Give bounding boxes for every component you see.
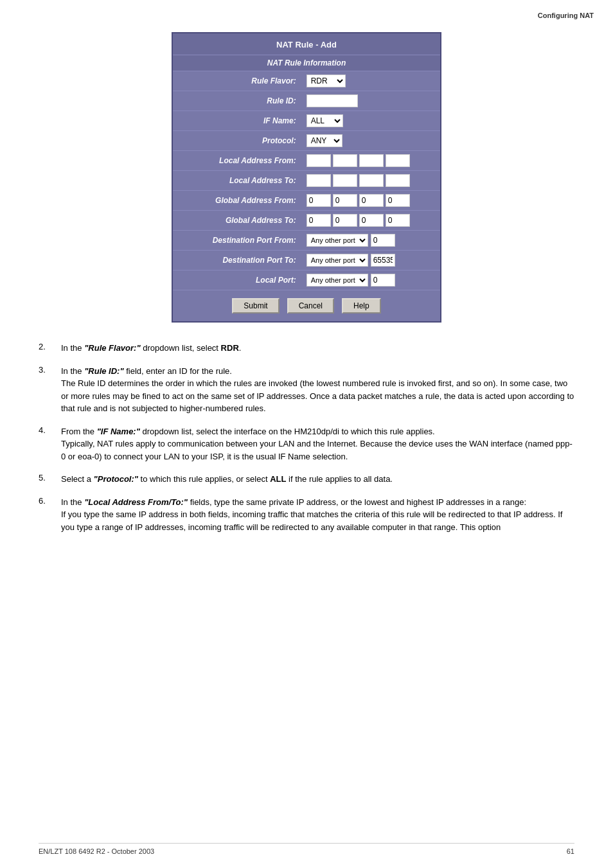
protocol-row: Protocol: ANY TCP UDP ICMP — [173, 131, 440, 151]
local-addr-from-group — [306, 154, 435, 167]
protocol-input-cell: ANY TCP UDP ICMP — [301, 131, 440, 151]
footer-left: EN/LZT 108 6492 R2 - October 2003 — [39, 847, 154, 855]
help-button[interactable]: Help — [342, 298, 381, 314]
global-addr-from-label: Global Address From: — [173, 191, 301, 211]
dest-port-from-select[interactable]: Any other port HTTP FTP — [306, 234, 368, 247]
local-addr-to-oct4[interactable] — [386, 174, 410, 187]
global-addr-to-label: Global Address To: — [173, 211, 301, 231]
if-name-select[interactable]: ALL ppp-0 eoa-0 — [306, 114, 343, 127]
local-port-select[interactable]: Any other port HTTP FTP — [306, 274, 368, 287]
submit-button[interactable]: Submit — [232, 298, 279, 314]
page-header: Configuring NAT — [0, 0, 613, 26]
local-addr-to-label: Local Address To: — [173, 171, 301, 191]
chapter-title: Configuring NAT — [538, 12, 594, 19]
main-content: NAT Rule - Add NAT Rule Information Rule… — [0, 26, 613, 563]
local-port-group: Any other port HTTP FTP — [306, 274, 435, 287]
global-addr-to-row: Global Address To: — [173, 211, 440, 231]
instruction-4: 4. From the "IF Name:" dropdown list, se… — [39, 425, 574, 463]
local-port-input-cell: Any other port HTTP FTP — [301, 270, 440, 290]
global-addr-from-oct3[interactable] — [359, 194, 384, 207]
if-name-row: IF Name: ALL ppp-0 eoa-0 — [173, 111, 440, 131]
global-addr-to-oct4[interactable] — [386, 214, 410, 227]
local-addr-from-input-cell — [301, 151, 440, 171]
nat-rule-dialog: NAT Rule - Add NAT Rule Information Rule… — [172, 32, 441, 323]
protocol-label: Protocol: — [173, 131, 301, 151]
local-addr-to-group — [306, 174, 435, 187]
instruction-6-text: In the "Local Address From/To:" fields, … — [61, 496, 574, 534]
local-port-value[interactable] — [371, 274, 395, 287]
dest-port-to-input-cell: Any other port HTTP FTP — [301, 251, 440, 270]
instruction-4-number: 4. — [39, 425, 61, 435]
instruction-6-number: 6. — [39, 496, 61, 506]
dialog-title: NAT Rule - Add — [173, 33, 440, 55]
dest-port-to-select[interactable]: Any other port HTTP FTP — [306, 254, 368, 267]
local-addr-from-oct2[interactable] — [333, 154, 357, 167]
rule-flavor-select[interactable]: RDR NAT BINAT — [306, 75, 346, 87]
local-port-label: Local Port: — [173, 270, 301, 290]
instruction-3: 3. In the "Rule ID:" field, enter an ID … — [39, 365, 574, 415]
rule-id-input-cell — [301, 91, 440, 111]
page-footer: EN/LZT 108 6492 R2 - October 2003 61 — [39, 843, 574, 855]
instruction-5: 5. Select a "Protocol:" to which this ru… — [39, 473, 574, 486]
local-addr-from-row: Local Address From: — [173, 151, 440, 171]
if-name-input-cell: ALL ppp-0 eoa-0 — [301, 111, 440, 131]
instruction-5-number: 5. — [39, 473, 61, 483]
dest-port-to-value[interactable] — [371, 254, 395, 267]
dest-port-from-group: Any other port HTTP FTP — [306, 234, 435, 247]
global-addr-to-oct3[interactable] — [359, 214, 384, 227]
dialog-container: NAT Rule - Add NAT Rule Information Rule… — [39, 32, 574, 323]
local-addr-to-oct2[interactable] — [333, 174, 357, 187]
instruction-5-text: Select a "Protocol:" to which this rule … — [61, 473, 393, 486]
dest-port-to-row: Destination Port To: Any other port HTTP… — [173, 251, 440, 270]
dest-port-from-input-cell: Any other port HTTP FTP — [301, 231, 440, 251]
local-addr-to-row: Local Address To: — [173, 171, 440, 191]
rule-id-row: Rule ID: — [173, 91, 440, 111]
local-addr-from-oct3[interactable] — [359, 154, 384, 167]
if-name-label: IF Name: — [173, 111, 301, 131]
global-addr-from-oct4[interactable] — [386, 194, 410, 207]
rule-id-input[interactable] — [306, 94, 358, 107]
global-addr-from-oct1[interactable] — [306, 194, 331, 207]
global-addr-to-group — [306, 214, 435, 227]
local-addr-to-input-cell — [301, 171, 440, 191]
local-port-row: Local Port: Any other port HTTP FTP — [173, 270, 440, 290]
dest-port-from-value[interactable] — [371, 234, 395, 247]
local-addr-to-oct1[interactable] — [306, 174, 331, 187]
instruction-3-text: In the "Rule ID:" field, enter an ID for… — [61, 365, 574, 415]
dest-port-from-label: Destination Port From: — [173, 231, 301, 251]
instruction-6: 6. In the "Local Address From/To:" field… — [39, 496, 574, 534]
global-addr-to-oct2[interactable] — [333, 214, 357, 227]
rule-id-label: Rule ID: — [173, 91, 301, 111]
local-addr-to-oct3[interactable] — [359, 174, 384, 187]
dest-port-to-label: Destination Port To: — [173, 251, 301, 270]
instruction-4-text: From the "IF Name:" dropdown list, selec… — [61, 425, 574, 463]
instruction-2-number: 2. — [39, 342, 61, 351]
rule-flavor-row: Rule Flavor: RDR NAT BINAT — [173, 71, 440, 91]
rule-flavor-input-cell: RDR NAT BINAT — [301, 71, 440, 91]
protocol-select[interactable]: ANY TCP UDP ICMP — [306, 134, 342, 147]
rule-flavor-label: Rule Flavor: — [173, 71, 301, 91]
footer-right: 61 — [567, 847, 574, 855]
instruction-3-number: 3. — [39, 365, 61, 375]
global-addr-from-oct2[interactable] — [333, 194, 357, 207]
form-table: Rule Flavor: RDR NAT BINAT Rule ID: — [173, 71, 440, 290]
global-addr-to-input-cell — [301, 211, 440, 231]
cancel-button[interactable]: Cancel — [287, 298, 334, 314]
global-addr-from-input-cell — [301, 191, 440, 211]
global-addr-from-group — [306, 194, 435, 207]
global-addr-from-row: Global Address From: — [173, 191, 440, 211]
local-addr-from-oct1[interactable] — [306, 154, 331, 167]
dialog-buttons: Submit Cancel Help — [173, 290, 440, 321]
dest-port-from-row: Destination Port From: Any other port HT… — [173, 231, 440, 251]
local-addr-from-label: Local Address From: — [173, 151, 301, 171]
dest-port-to-group: Any other port HTTP FTP — [306, 254, 435, 267]
dialog-section-title: NAT Rule Information — [173, 55, 440, 71]
instructions: 2. In the "Rule Flavor:" dropdown list, … — [39, 342, 574, 533]
global-addr-to-oct1[interactable] — [306, 214, 331, 227]
instruction-2-text: In the "Rule Flavor:" dropdown list, sel… — [61, 342, 241, 355]
instruction-2: 2. In the "Rule Flavor:" dropdown list, … — [39, 342, 574, 355]
local-addr-from-oct4[interactable] — [386, 154, 410, 167]
